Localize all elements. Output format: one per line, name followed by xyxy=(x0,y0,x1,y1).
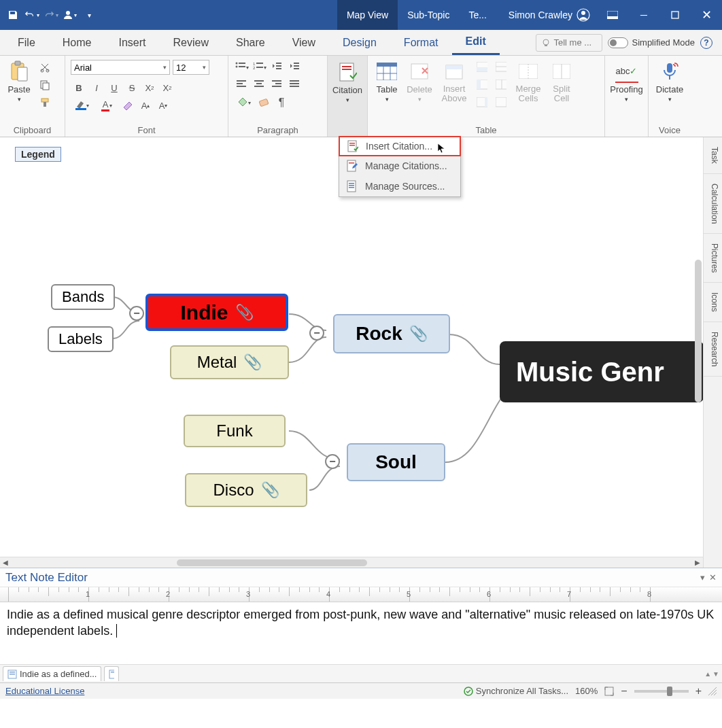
indent-icon[interactable] xyxy=(287,60,303,75)
simplified-mode-toggle[interactable]: Simplified Mode xyxy=(608,37,695,48)
subscript-icon[interactable]: X2 xyxy=(141,80,158,95)
tab-insert[interactable]: Insert xyxy=(105,30,159,55)
collapse-soul[interactable]: − xyxy=(325,454,340,469)
clear-format-icon[interactable] xyxy=(120,98,136,113)
undo-icon[interactable]: ▾ xyxy=(24,7,39,22)
superscript-icon[interactable]: X2 xyxy=(159,80,175,95)
menu-manage-sources[interactable]: Manage Sources... xyxy=(339,176,460,196)
eraser-icon[interactable] xyxy=(256,95,272,110)
tne-scroll-up-icon[interactable]: ▲ xyxy=(704,670,711,678)
titlebar-tab-overflow[interactable]: Te... xyxy=(459,0,496,30)
scroll-left-icon[interactable]: ◀ xyxy=(0,559,11,566)
node-labels[interactable]: Labels xyxy=(48,326,114,352)
bullets-icon[interactable]: ▾ xyxy=(234,60,250,75)
person-dropdown-icon[interactable]: ▾ xyxy=(63,7,78,22)
tab-view[interactable]: View xyxy=(279,30,329,55)
titlebar-tab-mapview[interactable]: Map View xyxy=(337,0,398,30)
numbering-icon[interactable]: 12▾ xyxy=(252,60,268,75)
node-rock[interactable]: Rock📎 xyxy=(333,314,450,353)
tne-dropdown-icon[interactable]: ▾ xyxy=(700,572,705,583)
ruler[interactable]: 12345678 xyxy=(0,587,722,602)
tab-home[interactable]: Home xyxy=(49,30,105,55)
tab-edit[interactable]: Edit xyxy=(452,30,500,55)
align-right-icon[interactable] xyxy=(269,77,286,92)
paste-button[interactable]: Paste ▾ xyxy=(4,58,34,103)
table-button[interactable]: Table▾ xyxy=(372,58,402,103)
node-bands[interactable]: Bands xyxy=(51,284,115,310)
tne-scroll-down-icon[interactable]: ▼ xyxy=(712,670,719,678)
shrink-font-icon[interactable]: A▾ xyxy=(155,98,171,113)
zoom-level[interactable]: 160% xyxy=(575,686,598,696)
titlebar-tab-subtopic[interactable]: Sub-Topic xyxy=(398,0,459,30)
proofing-button[interactable]: abc✓ Proofing▾ xyxy=(609,58,644,103)
side-tab-pictures[interactable]: Pictures xyxy=(704,234,722,283)
v-scroll-thumb[interactable] xyxy=(695,260,702,402)
menu-manage-citations[interactable]: Manage Citations... xyxy=(339,156,460,176)
tab-format[interactable]: Format xyxy=(390,30,452,55)
bold-icon[interactable]: B xyxy=(71,80,87,95)
fit-view-icon[interactable] xyxy=(604,687,614,696)
font-name-combo[interactable]: Arial▾ xyxy=(71,60,170,75)
tne-close-icon[interactable]: ✕ xyxy=(709,572,717,583)
node-soul[interactable]: Soul xyxy=(347,443,445,481)
side-tab-icons[interactable]: Icons xyxy=(704,283,722,322)
strikethrough-icon[interactable]: S xyxy=(124,80,140,95)
zoom-in-button[interactable]: + xyxy=(695,685,702,697)
tab-review[interactable]: Review xyxy=(159,30,222,55)
canvas-h-scrollbar[interactable]: ◀ ▶ xyxy=(0,557,703,568)
node-disco[interactable]: Disco📎 xyxy=(185,473,307,507)
node-indie[interactable]: Indie📎 xyxy=(145,294,288,331)
maximize-button[interactable] xyxy=(659,0,691,30)
save-icon[interactable] xyxy=(5,7,20,22)
align-left-icon[interactable] xyxy=(234,77,250,92)
node-metal[interactable]: Metal📎 xyxy=(170,345,289,379)
close-button[interactable]: ✕ xyxy=(691,0,722,30)
tne-textarea[interactable]: Indie as a defined musical genre descrip… xyxy=(0,602,722,665)
side-tab-calculation[interactable]: Calculation xyxy=(704,174,722,234)
legend-box[interactable]: Legend xyxy=(15,147,61,162)
tne-tab-blank[interactable] xyxy=(104,666,119,681)
italic-icon[interactable]: I xyxy=(88,80,105,95)
highlight-icon[interactable]: ▾ xyxy=(71,98,94,113)
tab-file[interactable]: File xyxy=(4,30,49,55)
menu-insert-citation[interactable]: Insert Citation... xyxy=(339,136,461,156)
side-tab-research[interactable]: Research xyxy=(704,322,722,377)
zoom-slider[interactable] xyxy=(634,690,689,693)
dictate-button[interactable]: Dictate▾ xyxy=(653,58,687,103)
redo-icon[interactable]: ▾ xyxy=(44,7,58,22)
zoom-out-button[interactable]: − xyxy=(621,685,627,697)
help-icon[interactable]: ? xyxy=(700,37,712,49)
tell-me-search[interactable]: Tell me ... xyxy=(536,34,602,52)
align-center-icon[interactable] xyxy=(252,77,268,92)
sync-status[interactable]: Synchronize All Tasks... xyxy=(464,686,568,696)
font-color-icon[interactable]: A▾ xyxy=(95,98,118,113)
mindmap-canvas[interactable]: Legend Bands Labels − Indie📎 Metal📎 − Ro… xyxy=(0,137,703,568)
underline-icon[interactable]: U xyxy=(106,80,122,95)
tne-tab-active[interactable]: Indie as a defined... xyxy=(3,666,101,681)
outdent-icon[interactable] xyxy=(269,60,286,75)
h-scroll-thumb[interactable] xyxy=(177,559,367,566)
grow-font-icon[interactable]: A▴ xyxy=(137,98,154,113)
collapse-indie[interactable]: − xyxy=(129,306,144,321)
resize-grip-icon[interactable] xyxy=(708,687,717,695)
ribbon-display-icon[interactable] xyxy=(597,0,628,30)
tab-design[interactable]: Design xyxy=(329,30,390,55)
user-account[interactable]: Simon Crawley xyxy=(502,8,597,22)
node-funk[interactable]: Funk xyxy=(184,415,286,447)
format-painter-icon[interactable] xyxy=(37,95,53,110)
shading-icon[interactable]: ▾ xyxy=(234,95,254,110)
pilcrow-icon[interactable]: ¶ xyxy=(273,95,290,110)
cut-icon[interactable] xyxy=(37,60,53,75)
license-label[interactable]: Educational License xyxy=(5,686,84,696)
side-tab-task[interactable]: Task xyxy=(704,137,722,174)
font-size-combo[interactable]: 12▾ xyxy=(173,60,209,75)
justify-icon[interactable] xyxy=(287,77,303,92)
scroll-right-icon[interactable]: ▶ xyxy=(692,559,703,566)
citation-button[interactable]: Citation ▾ xyxy=(332,59,362,103)
copy-icon[interactable] xyxy=(37,77,53,92)
node-root[interactable]: Music Genr xyxy=(500,341,703,402)
minimize-button[interactable]: ─ xyxy=(628,0,659,30)
qa-overflow-icon[interactable]: ▾ xyxy=(82,7,97,22)
collapse-rock[interactable]: − xyxy=(309,326,324,341)
tab-share[interactable]: Share xyxy=(222,30,279,55)
